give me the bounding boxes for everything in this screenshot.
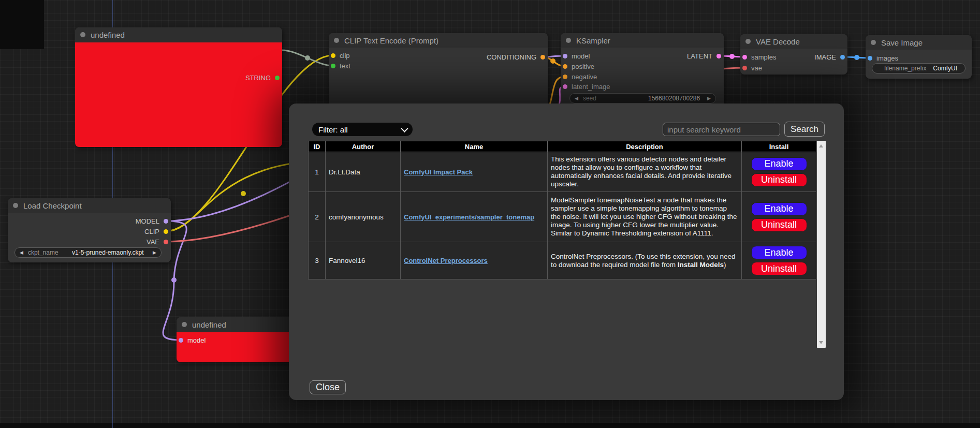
collapse-dot-icon[interactable] <box>334 38 339 43</box>
input-port-positive[interactable]: positive <box>563 63 594 70</box>
table-row: 1 Dr.Lt.Data ComfyUI Impact Pack This ex… <box>309 152 816 192</box>
input-port-model[interactable]: model <box>563 52 590 60</box>
node-title-bar[interactable]: VAE Decode <box>740 34 847 49</box>
collapse-dot-icon[interactable] <box>13 203 18 208</box>
extension-link[interactable]: ComfyUI_experiments/sampler_tonemap <box>404 213 534 221</box>
port-dot-icon[interactable] <box>164 240 168 244</box>
node-undefined-top[interactable]: undefined STRING <box>75 27 282 147</box>
node-title-bar[interactable]: CLIP Text Encode (Prompt) <box>329 33 548 48</box>
port-dot-icon[interactable] <box>716 54 721 58</box>
seed-widget[interactable]: ◀ seed 156680208700286 ▶ <box>569 93 716 104</box>
port-dot-icon[interactable] <box>840 55 845 60</box>
port-label: latent_image <box>572 83 610 91</box>
output-port-model[interactable]: MODEL <box>136 217 168 225</box>
cell-id: 3 <box>309 242 326 279</box>
scroll-up-arrow-icon[interactable] <box>819 144 823 147</box>
wire-midpoint-dot <box>550 58 555 64</box>
collapse-dot-icon[interactable] <box>80 32 85 37</box>
ckpt-name-widget[interactable]: ◀ ckpt_name v1-5-pruned-emaonly.ckpt ▶ <box>14 247 162 258</box>
port-dot-icon[interactable] <box>164 219 168 224</box>
enable-button[interactable]: Enable <box>751 157 807 171</box>
node-title-bar[interactable]: undefined <box>75 27 282 42</box>
uninstall-button[interactable]: Uninstall <box>751 262 807 275</box>
output-port-image[interactable]: IMAGE <box>814 53 845 61</box>
collapse-dot-icon[interactable] <box>182 322 187 327</box>
collapse-dot-icon[interactable] <box>566 38 571 43</box>
increment-arrow-icon[interactable]: ▶ <box>153 250 156 255</box>
widget-value[interactable]: v1-5-pruned-emaonly.ckpt <box>72 249 144 256</box>
port-dot-icon[interactable] <box>275 76 280 80</box>
node-load-checkpoint[interactable]: Load Checkpoint MODEL CLIP VAE ◀ ckpt_na… <box>8 198 171 262</box>
node-title: CLIP Text Encode (Prompt) <box>344 36 438 45</box>
uninstall-button[interactable]: Uninstall <box>751 218 807 232</box>
vertical-scrollbar[interactable] <box>817 141 826 348</box>
extension-link[interactable]: ControlNet Preprocessors <box>404 257 488 264</box>
node-title-bar[interactable]: Save Image <box>866 35 972 50</box>
header-author: Author <box>326 141 401 152</box>
port-dot-icon[interactable] <box>563 84 567 89</box>
port-dot-icon[interactable] <box>742 66 747 70</box>
widget-label: seed <box>583 95 596 102</box>
cell-id: 2 <box>309 192 326 242</box>
node-title-bar[interactable]: Load Checkpoint <box>8 198 171 213</box>
output-port-clip[interactable]: CLIP <box>144 228 168 235</box>
increment-arrow-icon[interactable]: ▶ <box>707 96 711 101</box>
collapse-dot-icon[interactable] <box>745 39 751 44</box>
port-label: VAE <box>147 238 159 246</box>
cell-id: 1 <box>309 152 326 192</box>
wire-midpoint-dot <box>171 277 177 283</box>
scroll-down-arrow-icon[interactable] <box>819 341 823 344</box>
wire-midpoint-dot <box>305 55 310 61</box>
search-button[interactable]: Search <box>784 122 825 137</box>
widget-label: ckpt_name <box>28 249 58 256</box>
cell-description: ModelSamplerTonemapNoiseTest a node that… <box>548 192 742 242</box>
output-port-latent[interactable]: LATENT <box>687 52 721 60</box>
node-title-bar[interactable]: undefined <box>177 317 298 332</box>
port-dot-icon[interactable] <box>742 55 747 60</box>
port-dot-icon[interactable] <box>563 75 567 79</box>
port-dot-icon[interactable] <box>563 64 567 69</box>
widget-value[interactable]: 156680208700286 <box>648 95 700 102</box>
enable-button[interactable]: Enable <box>751 202 807 216</box>
port-label: model <box>187 336 206 344</box>
description-bold-text: Install Models <box>678 261 724 269</box>
cell-author: comfyanonymous <box>326 192 401 242</box>
decrement-arrow-icon[interactable]: ◀ <box>20 250 23 255</box>
search-input[interactable] <box>663 123 780 136</box>
filename-prefix-widget[interactable]: filename_prefix ComfyUI <box>872 63 966 73</box>
port-dot-icon[interactable] <box>868 56 872 61</box>
port-dot-icon[interactable] <box>331 53 335 58</box>
input-port-model[interactable]: model <box>179 336 206 344</box>
filter-select[interactable]: Filter: all <box>312 123 413 136</box>
decrement-arrow-icon[interactable]: ◀ <box>575 96 578 101</box>
port-dot-icon[interactable] <box>164 229 168 234</box>
output-port-string[interactable]: STRING <box>245 74 280 81</box>
port-dot-icon[interactable] <box>563 54 567 58</box>
input-port-samples[interactable]: samples <box>742 53 776 61</box>
node-title: Save Image <box>881 38 923 47</box>
output-port-conditioning[interactable]: CONDITIONING <box>487 53 545 61</box>
input-port-text[interactable]: text <box>331 62 350 69</box>
node-vae-decode[interactable]: VAE Decode samples vae IMAGE <box>740 34 847 75</box>
uninstall-button[interactable]: Uninstall <box>751 173 807 187</box>
node-save-image[interactable]: Save Image images filename_prefix ComfyU… <box>866 35 972 79</box>
input-port-latent-image[interactable]: latent_image <box>563 83 610 90</box>
input-port-vae[interactable]: vae <box>742 64 762 71</box>
input-port-negative[interactable]: negative <box>563 73 597 80</box>
node-undefined-bottom[interactable]: undefined model <box>177 317 298 362</box>
extension-link[interactable]: ComfyUI Impact Pack <box>404 168 473 176</box>
close-button[interactable]: Close <box>310 380 346 394</box>
collapse-dot-icon[interactable] <box>871 40 876 45</box>
port-dot-icon[interactable] <box>331 64 335 68</box>
port-dot-icon[interactable] <box>179 338 183 343</box>
port-label: CLIP <box>144 228 159 235</box>
graph-canvas[interactable]: undefined STRING CLIP Text Encode (Promp… <box>0 0 980 428</box>
input-port-clip[interactable]: clip <box>331 52 350 59</box>
output-port-vae[interactable]: VAE <box>147 238 168 245</box>
port-dot-icon[interactable] <box>540 55 545 60</box>
enable-button[interactable]: Enable <box>751 246 807 259</box>
node-title-bar[interactable]: KSampler <box>561 33 724 48</box>
input-port-images[interactable]: images <box>868 54 898 62</box>
node-title: KSampler <box>576 36 610 45</box>
widget-value[interactable]: ComfyUI <box>933 65 957 72</box>
